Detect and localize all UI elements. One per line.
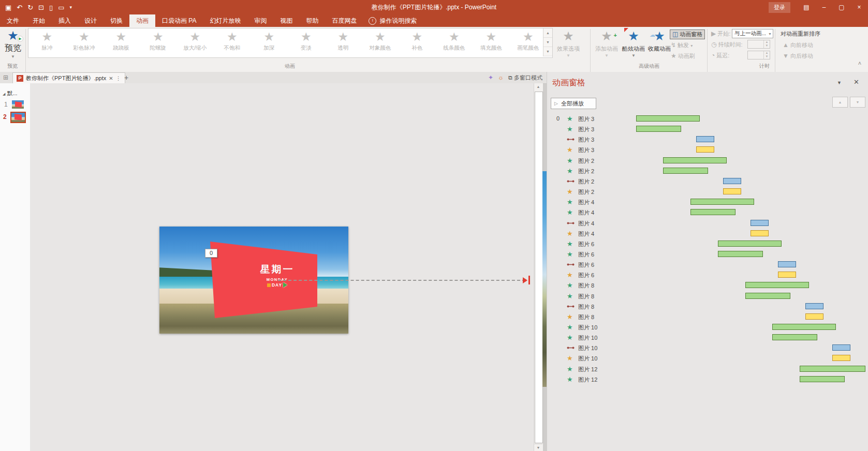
magic-wand-icon[interactable]: ✦ bbox=[488, 74, 493, 81]
animation-row[interactable]: ★图片 6 bbox=[547, 249, 868, 260]
ribbon-tab-百度网盘[interactable]: 百度网盘 bbox=[325, 14, 363, 27]
slide-canvas[interactable]: 星期一 MONDAY DAY 0 bbox=[30, 83, 534, 451]
redo-icon[interactable]: ↻ bbox=[27, 4, 33, 11]
ribbon-tab-视图[interactable]: 视图 bbox=[273, 14, 299, 27]
scroll-up-icon[interactable]: ▲ bbox=[534, 83, 542, 91]
timeline-bar-yellow[interactable] bbox=[723, 188, 741, 194]
animation-row[interactable]: ★图片 2 bbox=[547, 166, 868, 176]
gallery-animation-脉冲[interactable]: ★脉冲 bbox=[28, 28, 66, 57]
minimize-button[interactable]: – bbox=[815, 0, 833, 14]
timeline-bar-blue[interactable] bbox=[751, 220, 769, 226]
slide-1-thumbnail[interactable] bbox=[12, 100, 24, 109]
timeline-bar-green[interactable] bbox=[745, 282, 809, 288]
close-tab-icon[interactable]: ✕ bbox=[109, 76, 113, 81]
gallery-animation-补色[interactable]: ★补色 bbox=[399, 28, 436, 57]
multi-window-mode-button[interactable]: ⧉ 多窗口模式 bbox=[508, 74, 542, 82]
animation-row[interactable]: ★图片 12 bbox=[547, 364, 868, 374]
gallery-animation-对象颜色[interactable]: ★对象颜色 bbox=[362, 28, 399, 57]
ribbon-tab-口袋动画 PA[interactable]: 口袋动画 PA bbox=[155, 14, 203, 27]
play-all-button[interactable]: ▷ 全部播放 bbox=[551, 98, 596, 109]
gallery-animation-透明[interactable]: ★透明 bbox=[325, 28, 362, 57]
animation-row[interactable]: 图片 4 bbox=[547, 218, 868, 229]
animation-row[interactable]: ★图片 10 bbox=[547, 333, 868, 343]
animation-row[interactable]: ★图片 8 bbox=[547, 280, 868, 291]
pane-move-down-button[interactable]: ▼ bbox=[850, 97, 865, 108]
timeline-bar-green[interactable] bbox=[800, 366, 865, 372]
section-header[interactable]: ◢默... bbox=[3, 89, 18, 97]
animation-pane-toggle-button[interactable]: ◫动画窗格 bbox=[670, 29, 705, 39]
animation-row[interactable]: ★图片 2 bbox=[547, 156, 868, 166]
slide-2-thumbnail[interactable] bbox=[11, 113, 25, 122]
animation-row[interactable]: 图片 3 bbox=[547, 134, 868, 145]
favorite-animation-button[interactable]: ★☁ 收藏动画 bbox=[646, 28, 673, 53]
ribbon-tab-动画[interactable]: 动画 bbox=[129, 14, 155, 27]
timeline-bar-green[interactable] bbox=[690, 199, 754, 205]
timeline-bar-green[interactable] bbox=[663, 168, 708, 174]
timeline-bar-green[interactable] bbox=[772, 334, 817, 340]
gallery-animation-画笔颜色[interactable]: ★画笔颜色 bbox=[510, 28, 547, 57]
animation-row[interactable]: ★图片 8 bbox=[547, 291, 868, 302]
ribbon-tab-设计[interactable]: 设计 bbox=[78, 14, 104, 27]
animation-row[interactable]: ★图片 4 bbox=[547, 197, 868, 207]
gallery-scroll-up-icon[interactable]: ▲ bbox=[543, 28, 552, 38]
animation-row[interactable]: ★图片 10 bbox=[547, 322, 868, 333]
animation-row[interactable]: ★图片 8 bbox=[547, 312, 868, 322]
pane-dropdown-icon[interactable]: ▼ bbox=[837, 80, 842, 85]
animation-row[interactable]: ★图片 12 bbox=[547, 374, 868, 385]
timeline-bar-blue[interactable] bbox=[778, 261, 796, 267]
gallery-animation-填充颜色[interactable]: ★填充颜色 bbox=[473, 28, 510, 57]
motion-path-end-marker[interactable] bbox=[528, 276, 530, 284]
start-combobox[interactable]: 与上一动画... ▼ bbox=[732, 29, 773, 38]
ribbon-tab-开始[interactable]: 开始 bbox=[26, 14, 52, 27]
timeline-bar-blue[interactable] bbox=[723, 178, 741, 184]
move-earlier-button[interactable]: ▲向前移动 bbox=[783, 41, 813, 49]
animation-row[interactable]: ★图片 2 bbox=[547, 187, 868, 197]
effect-options-button[interactable]: ★ 效果选项 ▼ bbox=[555, 28, 582, 58]
window-grid-icon[interactable]: ⊞ bbox=[3, 74, 8, 81]
timeline-bar-green[interactable] bbox=[718, 240, 782, 247]
settings-gear-icon[interactable]: ☼ bbox=[498, 74, 504, 81]
timeline-bar-green[interactable] bbox=[745, 293, 790, 299]
ribbon-tab-插入[interactable]: 插入 bbox=[52, 14, 78, 27]
animation-row[interactable]: ★图片 10 bbox=[547, 353, 868, 364]
animation-row[interactable]: ★图片 6 bbox=[547, 239, 868, 249]
gallery-animation-放大/缩小[interactable]: ★放大/缩小 bbox=[176, 28, 214, 57]
timeline-bar-yellow[interactable] bbox=[751, 230, 769, 236]
trigger-button[interactable]: ↯触发 ▾ bbox=[671, 41, 693, 49]
ribbon-display-options-icon[interactable]: ▤ bbox=[798, 0, 815, 14]
new-file-icon[interactable]: ▯ bbox=[49, 4, 53, 11]
animation-row[interactable]: 0★图片 3 bbox=[547, 114, 868, 124]
timeline-bar-yellow[interactable] bbox=[805, 313, 823, 320]
pane-move-up-button[interactable]: ▲ bbox=[832, 97, 848, 108]
animation-painter-button[interactable]: ★动画刷 bbox=[671, 52, 695, 60]
tell-me-search[interactable]: ! 操作说明搜索 bbox=[363, 14, 422, 27]
timeline-bar-green[interactable] bbox=[636, 115, 700, 122]
duration-spinner[interactable]: ▲▼ bbox=[747, 40, 770, 49]
preview-button[interactable]: ★▶ 预览 ▼ bbox=[2, 28, 24, 59]
timeline-bar-blue[interactable] bbox=[696, 136, 714, 142]
login-button[interactable]: 登录 bbox=[769, 2, 790, 13]
timeline-bar-green[interactable] bbox=[772, 324, 836, 330]
gallery-animation-加深[interactable]: ★加深 bbox=[251, 28, 288, 57]
animation-row[interactable]: ★图片 4 bbox=[547, 207, 868, 218]
save-icon[interactable]: ▣ bbox=[5, 4, 11, 11]
open-folder-icon[interactable]: ▭ bbox=[58, 4, 64, 11]
gallery-scroll-down-icon[interactable]: ▼ bbox=[543, 38, 552, 47]
pane-close-icon[interactable]: ✕ bbox=[854, 78, 859, 86]
tab-menu-icon[interactable]: ⋮ bbox=[116, 76, 121, 81]
animation-row[interactable]: 图片 8 bbox=[547, 302, 868, 312]
timeline-bar-green[interactable] bbox=[636, 126, 681, 132]
cool-animation-button[interactable]: ★ 酷炫动画 ▼ bbox=[620, 28, 647, 58]
collapse-ribbon-icon[interactable]: ˄ bbox=[855, 60, 864, 67]
slideshow-icon[interactable]: ⊡ bbox=[38, 4, 44, 11]
delay-spinner[interactable]: ▲▼ bbox=[747, 51, 770, 59]
move-later-button[interactable]: ▼向后移动 bbox=[783, 52, 813, 60]
timeline-bar-blue[interactable] bbox=[805, 303, 823, 309]
restore-button[interactable]: ▢ bbox=[833, 0, 850, 14]
gallery-animation-跷跷板[interactable]: ★跷跷板 bbox=[102, 28, 140, 57]
gallery-animation-变淡[interactable]: ★变淡 bbox=[288, 28, 325, 57]
animation-row[interactable]: 图片 6 bbox=[547, 260, 868, 270]
ribbon-tab-幻灯片放映[interactable]: 幻灯片放映 bbox=[203, 14, 247, 27]
add-animation-button[interactable]: ★+ 添加动画 ▼ bbox=[593, 28, 620, 58]
close-button[interactable]: × bbox=[850, 0, 868, 14]
